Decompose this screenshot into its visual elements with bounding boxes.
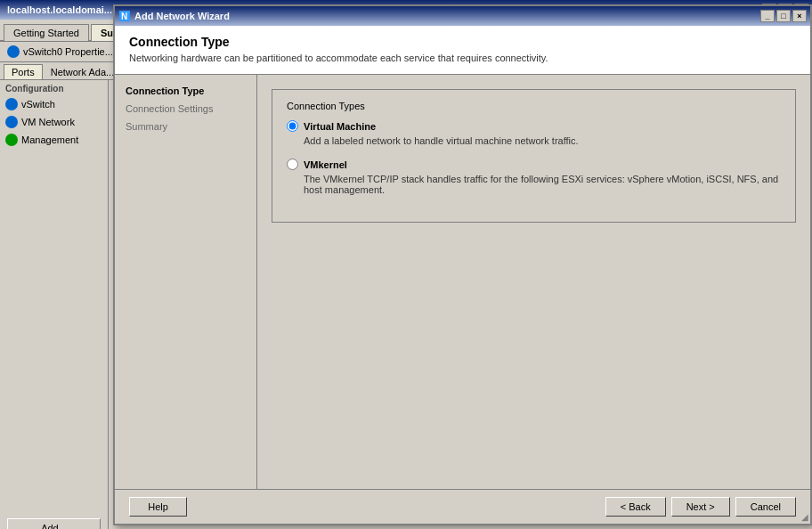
- wizard-nav-connection-settings[interactable]: Connection Settings: [115, 100, 256, 118]
- help-button[interactable]: Help: [129, 497, 187, 517]
- virtual-machine-option: Virtual Machine Add a labeled network to…: [287, 120, 781, 146]
- modal-minimize-button[interactable]: _: [760, 10, 775, 22]
- vswitch-icon: [7, 45, 20, 58]
- wizard-header-description: Networking hardware can be partitioned t…: [129, 53, 796, 63]
- next-button[interactable]: Next >: [671, 497, 730, 517]
- sidebar-item-vswitch[interactable]: vSwitch: [0, 95, 108, 113]
- virtual-machine-radio[interactable]: [287, 120, 298, 132]
- modal-maximize-button[interactable]: □: [776, 10, 791, 22]
- sidebar-item-vm-network[interactable]: VM Network: [0, 113, 108, 131]
- wizard-body: Connection Type Connection Settings Summ…: [115, 75, 810, 489]
- footer-left: Help: [129, 497, 187, 517]
- modal-overlay: N Add Network Wizard _ □ × Connection Ty…: [0, 0, 812, 529]
- props-title-text: vSwitch0 Propertie...: [23, 46, 113, 57]
- virtual-machine-description: Add a labeled network to handle virtual …: [287, 135, 781, 146]
- group-box-legend: Connection Types: [287, 101, 781, 111]
- modal-titlebar-buttons: _ □ ×: [760, 10, 807, 22]
- tab-ports[interactable]: Ports: [4, 64, 43, 79]
- footer-right: < Back Next > Cancel: [605, 497, 796, 517]
- vm-network-icon: [5, 116, 18, 128]
- wizard-header: Connection Type Networking hardware can …: [115, 26, 810, 75]
- tab-getting-started[interactable]: Getting Started: [4, 24, 89, 41]
- sidebar-vswitch-label: vSwitch: [21, 99, 55, 110]
- virtual-machine-label: Virtual Machine: [304, 121, 376, 132]
- vswitch-icon: [5, 98, 18, 110]
- wizard-header-title: Connection Type: [129, 35, 796, 49]
- back-button[interactable]: < Back: [605, 497, 666, 517]
- vmkernel-radio[interactable]: [287, 159, 298, 170]
- wizard-nav: Connection Type Connection Settings Summ…: [115, 75, 257, 489]
- sidebar-vm-network-label: VM Network: [21, 117, 75, 127]
- svg-text:N: N: [121, 12, 127, 21]
- vmkernel-description: The VMkernel TCP/IP stack handles traffi…: [287, 174, 781, 195]
- wizard-content: Connection Types Virtual Machine Add a l…: [257, 75, 810, 489]
- add-button[interactable]: Add...: [7, 518, 101, 529]
- management-icon: [5, 134, 18, 146]
- modal-titlebar: N Add Network Wizard _ □ ×: [115, 6, 810, 26]
- modal-close-button[interactable]: ×: [792, 10, 807, 22]
- cancel-button[interactable]: Cancel: [735, 497, 796, 517]
- wizard-footer: Help < Back Next > Cancel: [115, 489, 810, 524]
- vmkernel-option: VMkernel The VMkernel TCP/IP stack handl…: [287, 159, 781, 195]
- vmkernel-label: VMkernel: [304, 159, 347, 170]
- modal-title: Add Network Wizard: [134, 11, 760, 21]
- sidebar-config-label: Configuration: [0, 80, 108, 95]
- sidebar: Configuration vSwitch VM Network Managem…: [0, 80, 109, 529]
- virtual-machine-radio-row: Virtual Machine: [287, 120, 781, 132]
- resize-handle[interactable]: ◢: [801, 512, 808, 522]
- connection-types-group: Connection Types Virtual Machine Add a l…: [272, 89, 796, 223]
- sidebar-management-label: Management: [21, 134, 78, 145]
- sidebar-item-management[interactable]: Management: [0, 131, 108, 149]
- wizard-nav-summary[interactable]: Summary: [115, 118, 256, 135]
- wizard-icon: N: [118, 10, 131, 22]
- vmkernel-radio-row: VMkernel: [287, 159, 781, 170]
- add-network-wizard-window: N Add Network Wizard _ □ × Connection Ty…: [113, 4, 812, 525]
- wizard-nav-connection-type[interactable]: Connection Type: [115, 82, 256, 100]
- tab-network-adapters[interactable]: Network Ada...: [43, 64, 123, 79]
